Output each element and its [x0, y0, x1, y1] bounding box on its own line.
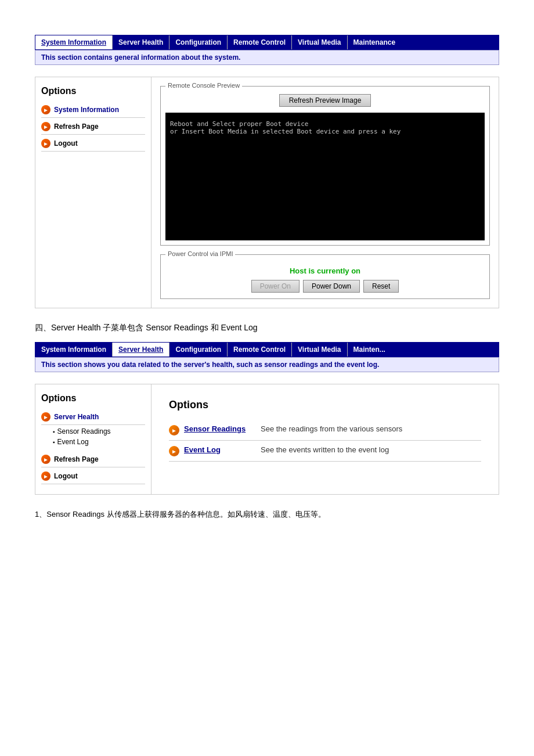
power-down-button[interactable]: Power Down: [303, 280, 360, 293]
arrow-icon-3: ►: [41, 139, 50, 148]
sensor-readings-link[interactable]: Sensor Readings: [184, 424, 254, 433]
power-control-legend: Power Control via IPMI: [165, 250, 235, 257]
main-content-1: Options ► System Information ► Refresh P…: [35, 77, 499, 308]
nav-configuration-1[interactable]: Configuration: [169, 35, 228, 49]
event-log-link[interactable]: Event Log: [184, 445, 254, 454]
sub-item-event-log[interactable]: Event Log: [53, 437, 145, 447]
host-status: Host is currently on: [167, 267, 484, 275]
sidebar-item-label-logout-1: Logout: [54, 139, 78, 147]
option-icon-sensor: ►: [169, 425, 179, 435]
nav-virtual-media-2[interactable]: Virtual Media: [292, 343, 347, 357]
sensor-readings-desc: See the readings from the various sensor…: [261, 424, 402, 433]
sidebar-item-system-info[interactable]: ► System Information: [41, 102, 145, 118]
sidebar-item-label-logout-2: Logout: [54, 472, 78, 480]
sub-items-server-health: Sensor Readings Event Log: [41, 426, 145, 447]
nav-system-information-2[interactable]: System Information: [35, 343, 113, 357]
nav-bar-1: System Information Server Health Configu…: [35, 35, 499, 50]
sidebar-item-server-health[interactable]: ► Server Health: [41, 409, 145, 425]
nav-maintenance-1[interactable]: Maintenance: [348, 35, 402, 49]
option-icon-event: ►: [169, 446, 179, 456]
sidebar-item-label-system-info: System Information: [54, 106, 119, 114]
options-panel: Options ► Sensor Readings See the readin…: [160, 393, 490, 467]
console-line-1: Reboot and Select proper Boot device: [170, 120, 400, 128]
main-panel-1: Remote Console Preview Refresh Preview I…: [151, 77, 499, 308]
sidebar-title-1: Options: [41, 86, 145, 96]
section-divider-label: 四、Server Health 子菜单包含 Sensor Readings 和 …: [35, 320, 499, 336]
console-text: Reboot and Select proper Boot device or …: [170, 117, 400, 135]
sidebar-2: Options ► Server Health Sensor Readings …: [35, 384, 151, 494]
nav-remote-control-2[interactable]: Remote Control: [228, 343, 292, 357]
nav-bar-2: System Information Server Health Configu…: [35, 342, 499, 357]
remote-console-preview: Remote Console Preview Refresh Preview I…: [160, 86, 490, 246]
console-screen: Reboot and Select proper Boot device or …: [165, 113, 485, 240]
nav-server-health-1[interactable]: Server Health: [113, 35, 169, 49]
sub-item-sensor-label: Sensor Readings: [57, 427, 111, 435]
arrow-icon-2: ►: [41, 122, 50, 131]
arrow-icon-6: ►: [41, 471, 50, 481]
sidebar-title-2: Options: [41, 393, 145, 404]
bottom-note: 1、Sensor Readings 从传感器上获得服务器的各种信息。如风扇转速、…: [35, 506, 499, 523]
arrow-icon-1: ►: [41, 105, 50, 114]
sidebar-item-logout-2[interactable]: ► Logout: [41, 469, 145, 484]
info-bar-1: This section contains general informatio…: [35, 50, 499, 65]
sub-item-sensor-readings[interactable]: Sensor Readings: [53, 426, 145, 437]
options-row-event: ► Event Log See the events written to th…: [169, 441, 481, 462]
nav-remote-control-1[interactable]: Remote Control: [228, 35, 292, 49]
options-row-sensor: ► Sensor Readings See the readings from …: [169, 420, 481, 441]
console-line-2: or Insert Boot Media in selected Boot de…: [170, 128, 400, 135]
main-content-2: Options ► Server Health Sensor Readings …: [35, 384, 499, 495]
info-bar-2: This section shows you data related to t…: [35, 357, 499, 372]
nav-server-health-2[interactable]: Server Health: [113, 343, 169, 357]
refresh-preview-button[interactable]: Refresh Preview Image: [279, 94, 371, 107]
main-panel-2: Options ► Sensor Readings See the readin…: [151, 384, 499, 494]
sidebar-1: Options ► System Information ► Refresh P…: [35, 77, 151, 308]
sub-item-event-label: Event Log: [57, 438, 89, 446]
sidebar-item-label-refresh-2: Refresh Page: [54, 455, 99, 463]
remote-console-legend: Remote Console Preview: [165, 82, 242, 89]
options-title: Options: [169, 399, 481, 411]
power-on-button[interactable]: Power On: [251, 280, 300, 293]
power-buttons: Power On Power Down Reset: [167, 280, 484, 293]
nav-configuration-2[interactable]: Configuration: [169, 343, 228, 357]
nav-virtual-media-1[interactable]: Virtual Media: [292, 35, 347, 49]
sidebar-item-label-server-health: Server Health: [54, 413, 99, 421]
sidebar-item-label-refresh-1: Refresh Page: [54, 123, 99, 131]
event-log-desc: See the events written to the event log: [261, 445, 389, 454]
sidebar-item-refresh-1[interactable]: ► Refresh Page: [41, 119, 145, 135]
arrow-icon-4: ►: [41, 412, 50, 422]
nav-maintenance-2[interactable]: Mainten...: [348, 343, 391, 357]
sidebar-item-refresh-2[interactable]: ► Refresh Page: [41, 452, 145, 467]
power-control-box: Power Control via IPMI Host is currently…: [160, 254, 490, 299]
reset-button[interactable]: Reset: [363, 280, 399, 293]
nav-system-information-1[interactable]: System Information: [35, 35, 113, 49]
sidebar-item-logout-1[interactable]: ► Logout: [41, 136, 145, 152]
arrow-icon-5: ►: [41, 455, 50, 464]
